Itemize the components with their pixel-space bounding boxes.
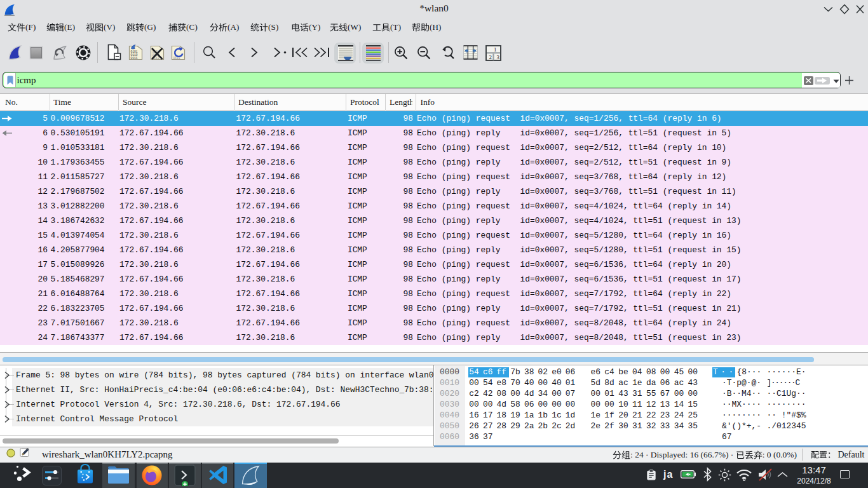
svg-text:0111: 0111 (131, 57, 138, 60)
svg-text:3: 3 (497, 54, 500, 60)
svg-text:2: 2 (489, 54, 492, 60)
svg-text:1: 1 (494, 46, 497, 53)
